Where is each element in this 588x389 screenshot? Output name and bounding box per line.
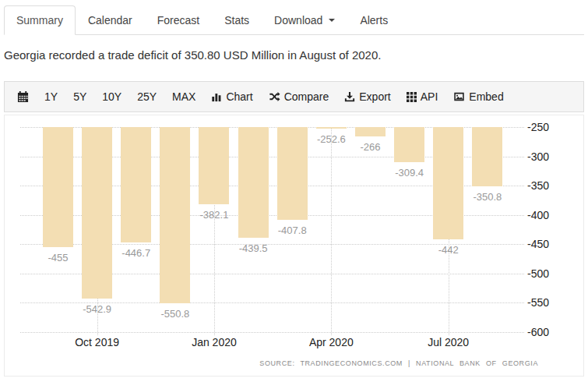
x-axis-label: Jan 2020 xyxy=(179,336,249,348)
bar[interactable] xyxy=(472,127,502,186)
y-axis-label: -450 xyxy=(527,238,549,250)
grid-icon xyxy=(407,92,417,102)
range-label: 1Y xyxy=(44,90,58,103)
range-25y-button[interactable]: 25Y xyxy=(129,90,164,103)
bar[interactable] xyxy=(238,127,269,238)
tab-bar: Summary Calendar Forecast Stats Download… xyxy=(4,5,584,35)
y-axis-label: -600 xyxy=(527,326,549,338)
chart-toolbar: 1Y 5Y 10Y 25Y MAX Chart Compare xyxy=(4,81,584,112)
bar[interactable] xyxy=(433,127,463,239)
tab-label: Summary xyxy=(16,14,63,27)
bar-value-label: -442 xyxy=(417,244,480,256)
button-label: Compare xyxy=(284,90,329,103)
tab-label: Forecast xyxy=(157,14,199,27)
x-grid-line xyxy=(331,127,332,335)
bar[interactable] xyxy=(82,127,112,299)
bar-value-label: -446.7 xyxy=(105,247,167,259)
tab-label: Alerts xyxy=(360,14,388,27)
bar[interactable] xyxy=(199,127,229,204)
bar[interactable] xyxy=(121,127,151,242)
tab-label: Download xyxy=(274,14,322,27)
y-axis-label: -400 xyxy=(527,209,549,221)
range-label: 10Y xyxy=(102,90,121,103)
bar[interactable] xyxy=(316,127,347,129)
range-1y-button[interactable]: 1Y xyxy=(37,90,65,103)
download-icon xyxy=(344,91,355,102)
range-label: 5Y xyxy=(73,90,86,103)
bar-value-label: -455 xyxy=(27,252,90,263)
tab-alerts[interactable]: Alerts xyxy=(347,5,400,35)
compare-button[interactable]: Compare xyxy=(261,90,337,103)
trade-balance-chart: -250-300-350-400-450-500-550-600Oct 2019… xyxy=(4,115,584,377)
tab-download[interactable]: Download xyxy=(262,5,347,35)
bar-value-label: -266 xyxy=(339,141,401,153)
y-axis-label: -500 xyxy=(527,267,549,280)
button-label: API xyxy=(421,90,438,103)
bar-value-label: -407.8 xyxy=(261,225,323,236)
range-label: MAX xyxy=(172,90,195,103)
shuffle-icon xyxy=(269,91,280,102)
bar-value-label: -309.4 xyxy=(379,167,441,179)
bar-value-label: -542.9 xyxy=(66,303,129,315)
api-button[interactable]: API xyxy=(399,90,446,103)
bar[interactable] xyxy=(355,127,386,136)
calendar-button[interactable] xyxy=(9,91,37,103)
bar[interactable] xyxy=(43,127,73,247)
bar[interactable] xyxy=(394,127,424,162)
y-axis-label: -550 xyxy=(527,296,549,309)
calendar-icon xyxy=(17,91,29,103)
tab-stats[interactable]: Stats xyxy=(212,5,262,35)
y-axis-label: -250 xyxy=(527,121,549,133)
tab-label: Stats xyxy=(224,14,249,27)
tab-forecast[interactable]: Forecast xyxy=(145,5,212,35)
range-max-button[interactable]: MAX xyxy=(164,90,203,103)
tab-calendar[interactable]: Calendar xyxy=(76,5,145,35)
tab-label: Calendar xyxy=(88,14,132,27)
chart-source-credit: SOURCE: TRADINGECONOMICS.COM | NATIONAL … xyxy=(259,359,538,367)
range-5y-button[interactable]: 5Y xyxy=(65,90,94,103)
tab-summary[interactable]: Summary xyxy=(4,5,76,35)
embed-button[interactable]: Embed xyxy=(445,90,511,103)
range-10y-button[interactable]: 10Y xyxy=(94,90,129,103)
button-label: Export xyxy=(359,90,390,103)
caret-down-icon xyxy=(329,19,335,22)
button-label: Embed xyxy=(469,90,503,103)
x-axis-label: Oct 2019 xyxy=(62,336,132,348)
x-axis-label: Apr 2020 xyxy=(296,336,366,348)
y-axis-label: -300 xyxy=(527,150,549,163)
y-axis-label: -350 xyxy=(527,179,549,192)
x-axis-label: Jul 2020 xyxy=(414,336,484,348)
export-button[interactable]: Export xyxy=(336,90,398,103)
bar-value-label: -439.5 xyxy=(222,242,284,254)
bar-value-label: -550.8 xyxy=(144,308,206,320)
button-label: Chart xyxy=(226,90,252,103)
page: Summary Calendar Forecast Stats Download… xyxy=(0,5,588,377)
summary-headline: Georgia recorded a trade deficit of 350.… xyxy=(4,48,584,62)
bar-value-label: -350.8 xyxy=(456,191,519,203)
image-icon xyxy=(453,91,465,102)
bar-value-label: -382.1 xyxy=(183,209,245,221)
range-label: 25Y xyxy=(137,90,157,103)
bar-chart-icon xyxy=(211,91,222,102)
chart-type-button[interactable]: Chart xyxy=(203,90,260,103)
